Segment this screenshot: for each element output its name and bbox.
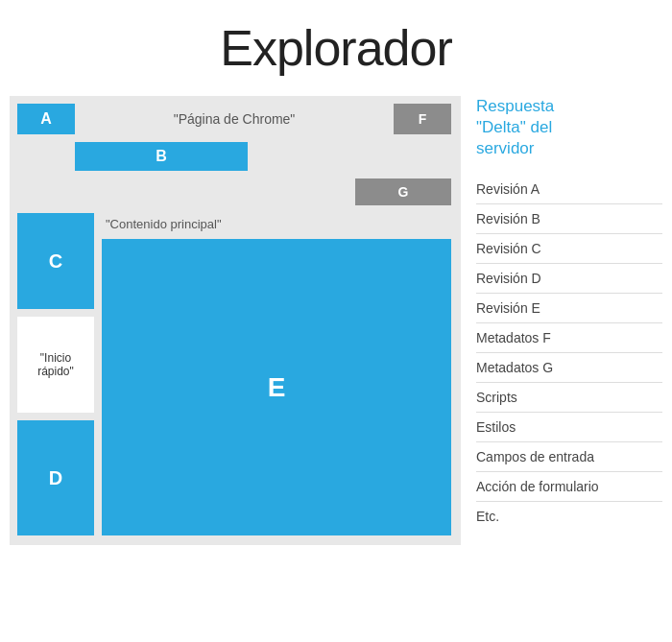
btn-d[interactable]: D [17, 420, 94, 535]
revision-list-item[interactable]: Revisión B [476, 204, 662, 234]
revision-list: Revisión ARevisión BRevisión CRevisión D… [476, 175, 662, 531]
top-bar: A "Página de Chrome" F [10, 96, 461, 142]
revision-list-item[interactable]: Revisión A [476, 175, 662, 204]
revision-list-item[interactable]: Estilos [476, 413, 662, 442]
revision-list-item[interactable]: Metadatos F [476, 323, 662, 353]
third-bar: G [10, 178, 461, 213]
btn-a[interactable]: A [17, 104, 75, 134]
revision-list-item[interactable]: Etc. [476, 502, 662, 531]
content-row: C "Inicio rápido" D "Contenido principal… [10, 213, 461, 545]
revision-list-item[interactable]: Scripts [476, 383, 662, 413]
main-content: A "Página de Chrome" F B G C "Inicio ráp… [10, 96, 662, 545]
second-bar: B [10, 142, 461, 178]
revision-list-item[interactable]: Campos de entrada [476, 442, 662, 472]
revision-list-item[interactable]: Revisión D [476, 264, 662, 294]
revision-list-item[interactable]: Revisión E [476, 294, 662, 323]
revision-list-item[interactable]: Acción de formulario [476, 472, 662, 502]
page-chrome-label: "Página de Chrome" [83, 111, 386, 127]
page-title: Explorador [220, 19, 451, 77]
left-sidebar: C "Inicio rápido" D [17, 213, 94, 535]
right-panel: Respuesta "Delta" del servidor Revisión … [461, 96, 662, 545]
revision-list-item[interactable]: Revisión C [476, 234, 662, 264]
diagram-area: A "Página de Chrome" F B G C "Inicio ráp… [10, 96, 461, 545]
revision-list-item[interactable]: Metadatos G [476, 353, 662, 383]
content-label: "Contenido principal" [102, 213, 451, 231]
right-panel-title: Respuesta "Delta" del servidor [476, 96, 662, 159]
btn-c[interactable]: C [17, 213, 94, 309]
right-content: "Contenido principal" E [102, 213, 451, 535]
btn-b[interactable]: B [75, 142, 248, 171]
btn-e[interactable]: E [102, 239, 451, 535]
btn-g[interactable]: G [355, 178, 451, 205]
btn-f[interactable]: F [394, 104, 451, 134]
quick-start-box: "Inicio rápido" [17, 317, 94, 413]
